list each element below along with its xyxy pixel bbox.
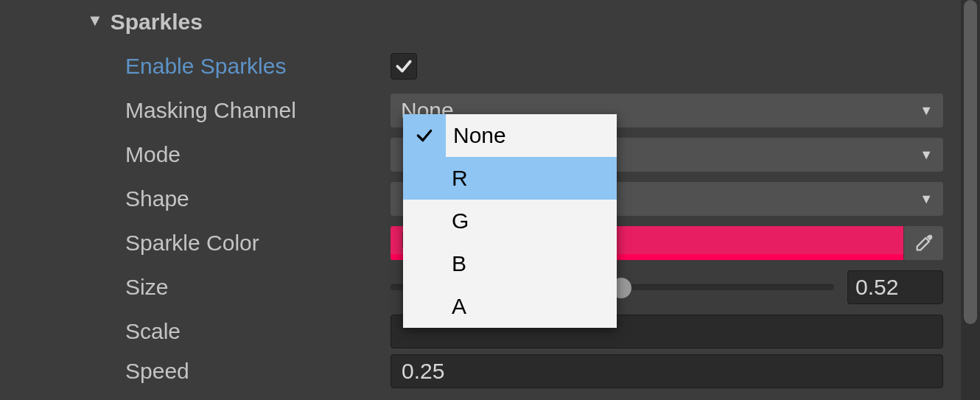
label-sparkle-color: Sparkle Color xyxy=(125,231,259,256)
scrollbar-thumb[interactable] xyxy=(964,0,977,324)
popup-option-label: A xyxy=(444,294,466,319)
popup-option-r[interactable]: R xyxy=(403,157,617,200)
caret-down-icon: ▼ xyxy=(920,192,933,207)
popup-option-none[interactable]: None xyxy=(446,114,617,157)
vertical-scrollbar[interactable] xyxy=(961,0,980,400)
label-size: Size xyxy=(125,275,168,300)
checkmark-icon xyxy=(394,57,413,76)
speed-value-text: 0.25 xyxy=(402,359,444,384)
label-masking-channel: Masking Channel xyxy=(125,98,296,123)
popup-option-label: B xyxy=(444,251,466,276)
label-enable-sparkles: Enable Sparkles xyxy=(125,54,286,79)
label-shape: Shape xyxy=(125,186,189,211)
caret-down-icon: ▼ xyxy=(920,103,933,119)
eyedropper-button[interactable] xyxy=(903,226,943,260)
row-enable-sparkles: Enable Sparkles xyxy=(0,44,961,88)
masking-channel-popup: None R G B A xyxy=(403,114,617,328)
disclosure-triangle-icon[interactable]: ▼ xyxy=(87,11,103,30)
size-value-field[interactable]: 0.52 xyxy=(847,270,943,304)
popup-option-g[interactable]: G xyxy=(403,200,617,242)
eyedropper-icon xyxy=(914,233,934,253)
popup-option-label: R xyxy=(444,166,468,191)
label-scale: Scale xyxy=(125,319,181,344)
section-header[interactable]: ▼ Sparkles xyxy=(0,0,961,44)
size-value-text: 0.52 xyxy=(855,275,898,300)
row-speed: Speed 0.25 xyxy=(0,354,961,389)
popup-option-a[interactable]: A xyxy=(403,285,617,328)
speed-field[interactable]: 0.25 xyxy=(391,354,943,388)
popup-option-b[interactable]: B xyxy=(403,242,617,285)
popup-option-tick[interactable] xyxy=(403,114,446,157)
caret-down-icon: ▼ xyxy=(920,147,933,163)
checkmark-icon xyxy=(415,126,434,145)
label-mode: Mode xyxy=(125,142,181,167)
popup-option-label: G xyxy=(444,208,469,234)
label-speed: Speed xyxy=(125,359,189,384)
enable-sparkles-checkbox[interactable] xyxy=(391,53,417,80)
popup-option-label: None xyxy=(446,123,506,148)
section-title: Sparkles xyxy=(111,10,203,35)
